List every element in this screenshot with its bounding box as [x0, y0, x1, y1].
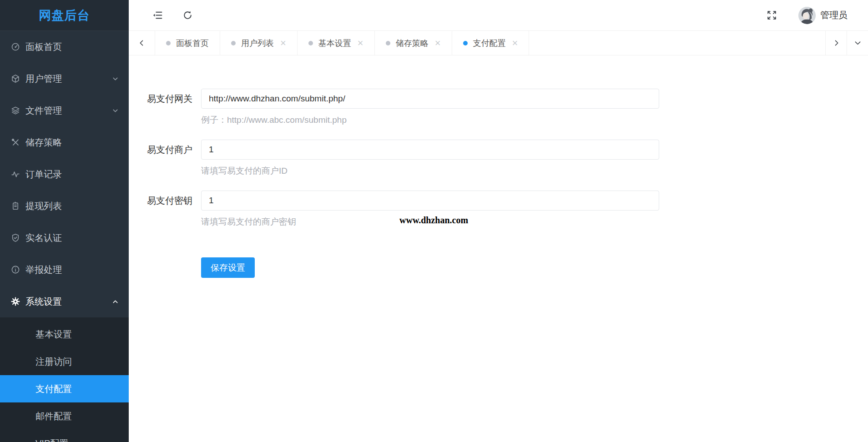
sidebar-item-label: 实名认证 [25, 232, 120, 244]
merchant-input[interactable] [201, 140, 659, 160]
save-row: 保存设置 [201, 257, 868, 278]
sidebar-header: 网盘后台 [0, 0, 129, 31]
submenu-item-label: 支付配置 [35, 383, 72, 395]
info-circle-icon [10, 264, 21, 275]
cube-icon [10, 73, 21, 84]
secret-key-helper-text: 请填写易支付的商户密钥 www.dhzhan.com [201, 216, 659, 227]
submenu-item-email-config[interactable]: 邮件配置 [0, 402, 129, 430]
tab-user-list[interactable]: 用户列表 × [220, 31, 298, 55]
dashboard-icon [10, 41, 21, 52]
tab-dot [308, 41, 313, 45]
submenu-item-label: 邮件配置 [35, 410, 72, 422]
merchant-field: 请填写易支付的商户ID [201, 140, 659, 176]
topbar-right: 管理员 [766, 7, 848, 24]
sidebar-item-label: 用户管理 [25, 73, 111, 85]
tab-basic-settings[interactable]: 基本设置 × [298, 31, 375, 55]
submenu-item-vip-config[interactable]: VIP配置 [0, 430, 129, 442]
secret-key-field: 请填写易支付的商户密钥 www.dhzhan.com [201, 191, 659, 227]
tab-label: 面板首页 [176, 38, 209, 49]
submenu-item-payment-config[interactable]: 支付配置 [0, 375, 129, 402]
sidebar-item-label: 订单记录 [25, 168, 120, 181]
sidebar-item-label: 举报处理 [25, 264, 120, 276]
save-settings-button[interactable]: 保存设置 [201, 257, 255, 278]
tab-dashboard[interactable]: 面板首页 [155, 31, 220, 55]
gateway-helper-text: 例子：http://www.abc.com/submit.php [201, 115, 659, 126]
tools-icon [10, 137, 21, 148]
sidebar-item-label: 面板首页 [25, 41, 120, 53]
form-row-gateway: 易支付网关 例子：http://www.abc.com/submit.php [147, 89, 868, 126]
app-title: 网盘后台 [39, 7, 90, 24]
payment-config-form: 易支付网关 例子：http://www.abc.com/submit.php 易… [129, 55, 868, 442]
sidebar-item-file-management[interactable]: 文件管理 [0, 95, 129, 126]
tab-close-icon[interactable]: × [435, 38, 441, 48]
sidebar: 网盘后台 面板首页 用户管理 [0, 0, 129, 442]
sidebar-item-system-settings[interactable]: 系统设置 [0, 286, 129, 317]
submenu-item-label: 基本设置 [35, 328, 72, 341]
form-row-merchant: 易支付商户 请填写易支付的商户ID [147, 140, 868, 176]
tab-dot [231, 41, 236, 45]
secret-key-helper-label: 请填写易支付的商户密钥 [201, 217, 296, 226]
secret-key-input[interactable] [201, 191, 659, 211]
fullscreen-icon[interactable] [766, 10, 777, 21]
clipboard-icon [10, 201, 21, 211]
pulse-icon [10, 169, 21, 180]
submenu-item-basic-settings[interactable]: 基本设置 [0, 321, 129, 348]
shield-check-icon [10, 232, 21, 243]
sidebar-menu: 面板首页 用户管理 文件管理 [0, 31, 129, 442]
gateway-label: 易支付网关 [147, 89, 192, 109]
tab-dot [463, 41, 468, 45]
chevron-down-icon [111, 106, 120, 115]
chevron-up-icon [111, 297, 120, 306]
tabbar: 面板首页 用户列表 × 基本设置 × 储存策略 × 支付配置 × [129, 31, 868, 55]
submenu-item-label: VIP配置 [35, 437, 68, 442]
merchant-helper-text: 请填写易支付的商户ID [201, 166, 659, 176]
user-name[interactable]: 管理员 [820, 9, 848, 21]
gear-icon [10, 296, 21, 307]
sidebar-item-user-management[interactable]: 用户管理 [0, 63, 129, 95]
tab-label: 储存策略 [396, 38, 429, 49]
watermark-text: www.dhzhan.com [399, 215, 468, 226]
submenu-item-register-access[interactable]: 注册访问 [0, 348, 129, 375]
chevron-down-icon [111, 75, 120, 83]
sidebar-item-storage-policy[interactable]: 储存策略 [0, 126, 129, 158]
sidebar-item-label: 储存策略 [25, 136, 120, 149]
secret-key-label: 易支付密钥 [147, 191, 192, 211]
sidebar-item-label: 文件管理 [25, 105, 111, 117]
sidebar-item-label: 系统设置 [25, 296, 111, 308]
sidebar-item-label: 提现列表 [25, 200, 120, 212]
gateway-input[interactable] [201, 89, 659, 109]
tab-label: 用户列表 [241, 38, 274, 49]
submenu-item-label: 注册访问 [35, 356, 72, 368]
layers-icon [10, 105, 21, 116]
sidebar-item-withdrawal-list[interactable]: 提现列表 [0, 190, 129, 222]
refresh-icon[interactable] [182, 10, 193, 21]
collapse-sidebar-icon[interactable] [151, 10, 163, 21]
tab-dot [386, 41, 390, 45]
avatar[interactable] [798, 7, 816, 24]
app-window: 网盘后台 面板首页 用户管理 [0, 0, 868, 442]
sidebar-submenu-system-settings: 基本设置 注册访问 支付配置 邮件配置 VIP配置 [0, 317, 129, 442]
sidebar-item-order-records[interactable]: 订单记录 [0, 158, 129, 190]
tab-label: 支付配置 [473, 38, 506, 49]
tab-close-icon[interactable]: × [358, 38, 363, 48]
tab-close-icon[interactable]: × [280, 38, 286, 48]
tab-storage-policy[interactable]: 储存策略 × [375, 31, 452, 55]
tab-payment-config[interactable]: 支付配置 × [452, 31, 530, 55]
merchant-label: 易支付商户 [147, 140, 192, 160]
tabs-scroll-left-icon[interactable] [129, 31, 155, 55]
sidebar-item-real-name-verification[interactable]: 实名认证 [0, 222, 129, 254]
form-row-secret-key: 易支付密钥 请填写易支付的商户密钥 www.dhzhan.com [147, 191, 868, 227]
main-area: 管理员 面板首页 用户列表 × 基本设置 × [129, 0, 868, 442]
tabbar-spacer [529, 31, 825, 55]
tab-label: 基本设置 [318, 38, 351, 49]
topbar: 管理员 [129, 0, 868, 31]
tab-dot [166, 41, 171, 45]
tabs-scroll-right-icon[interactable] [825, 31, 847, 55]
tab-close-icon[interactable]: × [512, 38, 518, 48]
gateway-field: 例子：http://www.abc.com/submit.php [201, 89, 659, 126]
sidebar-item-report-handling[interactable]: 举报处理 [0, 254, 129, 286]
sidebar-item-dashboard[interactable]: 面板首页 [0, 31, 129, 63]
tabs-menu-chevron-down-icon[interactable] [847, 31, 868, 55]
